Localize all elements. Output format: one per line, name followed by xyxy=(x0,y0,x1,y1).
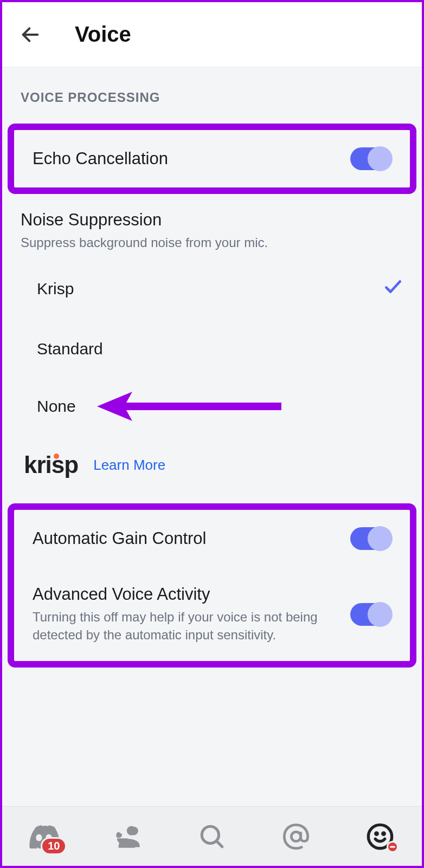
friends-icon xyxy=(114,822,142,851)
nav-friends[interactable] xyxy=(113,821,143,852)
check-icon xyxy=(383,276,403,301)
noise-suppression-row: Noise Suppression Suppress background no… xyxy=(2,194,422,257)
back-arrow-icon xyxy=(20,24,41,46)
annotation-highlight-agc-advanced: Automatic Gain Control Advanced Voice Ac… xyxy=(8,503,416,668)
advanced-voice-activity-toggle[interactable] xyxy=(350,603,391,626)
svg-point-3 xyxy=(127,826,136,835)
nav-search[interactable] xyxy=(197,821,227,852)
automatic-gain-control-toggle[interactable] xyxy=(350,527,391,550)
svg-point-6 xyxy=(291,832,300,841)
advanced-voice-activity-sub: Turning this off may help if your voice … xyxy=(33,608,350,644)
echo-cancellation-label: Echo Cancellation xyxy=(33,149,168,169)
advanced-voice-activity-label: Advanced Voice Activity xyxy=(33,585,350,604)
svg-marker-2 xyxy=(97,392,132,421)
learn-more-link[interactable]: Learn More xyxy=(93,457,165,474)
krisp-info-row: krisp Learn More xyxy=(2,435,422,503)
noise-option-krisp[interactable]: Krisp xyxy=(2,257,422,320)
nav-mentions[interactable] xyxy=(281,821,311,852)
page-title: Voice xyxy=(75,22,131,47)
status-dnd-icon xyxy=(387,841,399,853)
nav-profile[interactable] xyxy=(365,821,395,852)
noise-option-standard[interactable]: Standard xyxy=(2,320,422,378)
noise-suppression-sub: Suppress background noise from your mic. xyxy=(21,234,403,251)
search-icon xyxy=(198,823,226,850)
annotation-arrow-icon xyxy=(94,387,284,425)
krisp-logo: krisp xyxy=(24,451,78,478)
svg-line-5 xyxy=(216,841,222,846)
noise-option-standard-label: Standard xyxy=(37,340,103,358)
back-button[interactable] xyxy=(18,23,42,47)
echo-cancellation-toggle[interactable] xyxy=(350,147,391,170)
noise-suppression-label: Noise Suppression xyxy=(21,210,403,230)
advanced-voice-activity-row[interactable]: Advanced Voice Activity Turning this off… xyxy=(14,567,410,661)
bottom-nav: 10 xyxy=(2,806,422,866)
echo-cancellation-row[interactable]: Echo Cancellation xyxy=(14,130,410,187)
noise-option-krisp-label: Krisp xyxy=(37,280,74,298)
noise-option-none-label: None xyxy=(37,397,76,416)
header-bar: Voice xyxy=(2,2,422,67)
nav-badge: 10 xyxy=(41,837,67,855)
nav-discord[interactable]: 10 xyxy=(29,821,59,852)
automatic-gain-control-row[interactable]: Automatic Gain Control xyxy=(14,510,410,567)
svg-point-8 xyxy=(375,832,377,834)
annotation-highlight-echo: Echo Cancellation xyxy=(8,124,416,194)
automatic-gain-control-label: Automatic Gain Control xyxy=(33,529,206,548)
svg-rect-10 xyxy=(390,846,395,847)
svg-point-9 xyxy=(382,832,384,834)
at-icon xyxy=(282,822,310,851)
section-header-voice-processing: VOICE PROCESSING xyxy=(2,67,422,124)
noise-option-none[interactable]: None xyxy=(2,378,422,435)
